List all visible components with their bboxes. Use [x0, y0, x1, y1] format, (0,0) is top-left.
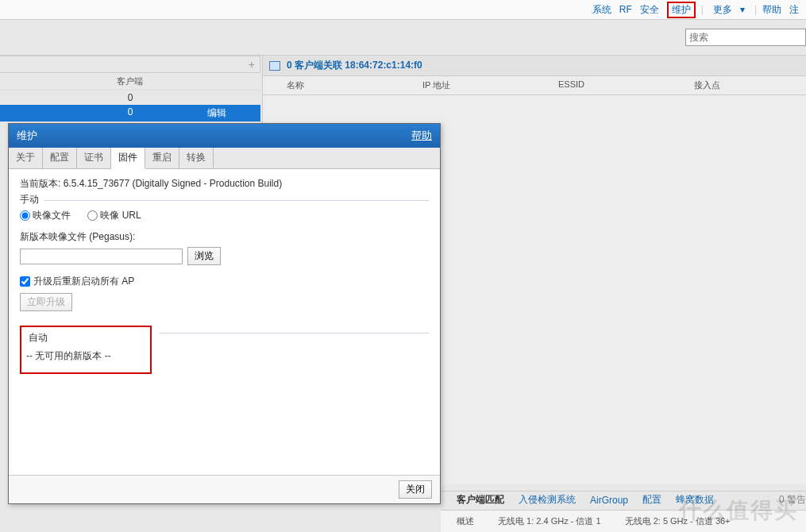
chevron-down-icon: ▾ — [740, 4, 745, 15]
image-source-radios: 映像文件 映像 URL — [20, 209, 429, 222]
menu-help[interactable]: 帮助 — [762, 3, 781, 17]
status-radio2: 无线电 2: 5 GHz - 信道 36+ — [625, 515, 731, 527]
dialog-tabs: 关于 配置 证书 固件 重启 转换 — [9, 148, 440, 169]
upgrade-now-button[interactable]: 立即升级 — [20, 293, 72, 311]
tab-airgroup[interactable]: AirGroup — [590, 495, 628, 506]
sel-edit-link[interactable]: 编辑 — [174, 106, 260, 120]
reboot-checkbox[interactable] — [20, 276, 30, 287]
current-version-text: 当前版本: 6.5.4.15_73677 (Digitally Signed -… — [20, 177, 429, 191]
status-radio1: 无线电 1: 2.4 GHz - 信道 1 — [498, 515, 601, 527]
left-panel-header: + — [0, 56, 260, 73]
col-essid[interactable]: ESSID — [534, 79, 670, 91]
reboot-checkbox-label[interactable]: 升级后重新启动所有 AP — [20, 276, 134, 287]
radio-image-url[interactable] — [87, 210, 98, 221]
tab-certificate[interactable]: 证书 — [77, 148, 111, 168]
left-row-selected[interactable]: 0 编辑 — [0, 105, 260, 121]
browse-button[interactable]: 浏览 — [187, 247, 221, 265]
bottom-tabs: 客户端匹配 入侵检测系统 AirGroup 配置 蜂窝数据 0 警告 — [441, 491, 806, 508]
tab-convert[interactable]: 转换 — [179, 148, 214, 168]
dialog-footer: 关闭 — [9, 475, 440, 503]
tab-about[interactable]: 关于 — [9, 148, 43, 168]
menu-logout[interactable]: 注 — [789, 3, 799, 17]
right-column-headers: 名称 IP 地址 ESSID 接入点 — [263, 76, 806, 95]
search-row — [0, 20, 806, 56]
left-row-0[interactable]: 0 — [0, 91, 260, 105]
search-input[interactable] — [685, 29, 806, 46]
manual-section: 手动 映像文件 映像 URL 新版本映像文件 (Pegasus): 浏览 升级后… — [20, 200, 429, 311]
auto-highlight-box: 自动 -- 无可用的新版本 -- — [20, 326, 152, 374]
divider: | — [754, 4, 757, 15]
dialog-title-text: 维护 — [17, 129, 37, 143]
dialog-help-link[interactable]: 帮助 — [411, 129, 432, 143]
left-column-headers: 客户端 — [0, 73, 260, 91]
menu-security[interactable]: 安全 — [640, 3, 659, 17]
col-client-header: 客户端 — [87, 73, 173, 90]
col-ip[interactable]: IP 地址 — [399, 79, 534, 91]
col-empty2 — [174, 73, 260, 90]
menu-maintenance[interactable]: 维护 — [667, 2, 696, 18]
radio-image-file[interactable] — [20, 210, 30, 221]
divider-line — [160, 333, 429, 333]
menu-rf[interactable]: RF — [619, 4, 632, 15]
menu-more[interactable]: 更多▾ — [709, 3, 749, 17]
radio-image-url-label[interactable]: 映像 URL — [87, 210, 141, 221]
no-version-text: -- 无可用的新版本 -- — [26, 349, 142, 363]
maintenance-dialog: 维护 帮助 关于 配置 证书 固件 重启 转换 当前版本: 6.5.4.15_7… — [8, 123, 441, 504]
reboot-checkbox-row: 升级后重新启动所有 AP — [20, 275, 429, 288]
col-ap[interactable]: 接入点 — [670, 79, 806, 91]
dialog-titlebar[interactable]: 维护 帮助 — [9, 124, 440, 148]
image-file-input[interactable] — [20, 249, 183, 264]
radio-image-file-label[interactable]: 映像文件 — [20, 210, 71, 221]
col-name[interactable]: 名称 — [263, 79, 399, 91]
image-file-label: 新版本映像文件 (Pegasus): — [20, 230, 429, 244]
tab-reboot[interactable]: 重启 — [145, 148, 179, 168]
right-panel-title: 0 客户端关联 18:64:72:c1:14:f0 — [263, 56, 806, 76]
tab-configuration[interactable]: 配置 — [43, 148, 77, 168]
image-file-row: 浏览 — [20, 247, 429, 265]
top-menu-bar: 系统 RF 安全 维护 | 更多▾ | 帮助 注 — [0, 0, 806, 20]
dialog-body: 当前版本: 6.5.4.15_73677 (Digitally Signed -… — [9, 169, 440, 475]
monitor-icon — [269, 61, 280, 71]
tab-client-match[interactable]: 客户端匹配 — [457, 493, 504, 507]
auto-section: 自动 -- 无可用的新版本 -- — [20, 326, 429, 374]
divider-line — [44, 200, 429, 201]
manual-legend: 手动 — [20, 193, 42, 206]
bottom-status-bar: 概述 无线电 1: 2.4 GHz - 信道 1 无线电 2: 5 GHz - … — [441, 510, 806, 532]
client-assoc-title: 0 客户端关联 18:64:72:c1:14:f0 — [287, 59, 422, 72]
add-icon[interactable]: + — [249, 58, 255, 71]
auto-legend: 自动 — [26, 331, 50, 345]
menu-system[interactable]: 系统 — [592, 3, 611, 17]
tab-firmware[interactable]: 固件 — [111, 148, 145, 169]
sel-value: 0 — [87, 106, 173, 120]
status-overview[interactable]: 概述 — [457, 515, 474, 527]
col-empty — [0, 73, 87, 90]
tab-config[interactable]: 配置 — [642, 493, 661, 507]
divider: | — [701, 4, 704, 15]
close-button[interactable]: 关闭 — [399, 480, 432, 499]
tab-hive[interactable]: 蜂窝数据 — [676, 493, 714, 507]
alert-count[interactable]: 0 警告 — [779, 493, 806, 507]
tab-ids[interactable]: 入侵检测系统 — [519, 493, 576, 507]
sel-empty — [0, 106, 87, 120]
